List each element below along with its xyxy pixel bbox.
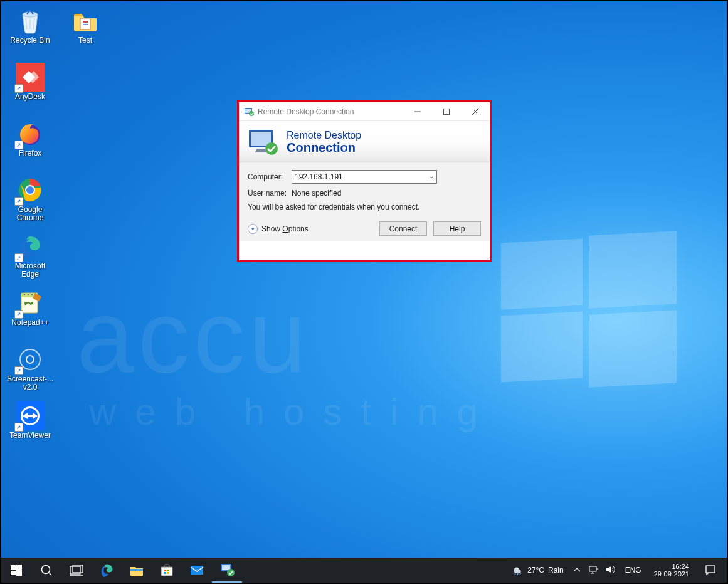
desktop[interactable]: accu web hosting Recycle Bin ↗ AnyDesk ↗…	[1, 1, 727, 583]
desktop-icon-label: Test	[78, 36, 92, 45]
computer-label: Computer:	[248, 173, 292, 181]
clock-date: 29-09-2021	[654, 570, 689, 578]
desktop-icon-notepad-pp[interactable]: ↗ Notepad++	[6, 289, 54, 340]
search-button[interactable]	[31, 558, 61, 583]
remote-desktop-window[interactable]: Remote Desktop Connection Remote Desktop…	[237, 100, 492, 262]
weather-temp: 27°C	[527, 566, 544, 575]
username-label: User name:	[248, 189, 292, 198]
svg-rect-27	[16, 565, 22, 570]
shortcut-overlay-icon: ↗	[14, 141, 23, 149]
desktop-icons-column-1: Recycle Bin ↗ AnyDesk ↗ Firefox ↗ Google…	[6, 6, 63, 458]
help-button[interactable]: Help	[433, 221, 481, 236]
svg-rect-33	[130, 569, 143, 571]
desktop-icon-label: Google Chrome	[6, 206, 54, 222]
shortcut-overlay-icon: ↗	[14, 423, 23, 432]
svg-point-11	[31, 302, 33, 304]
svg-rect-26	[11, 565, 16, 570]
svg-rect-43	[589, 566, 596, 571]
taskbar-app-file-explorer[interactable]	[122, 558, 152, 583]
watermark-line2: web hosting	[89, 390, 497, 433]
record-icon: ↗	[16, 345, 45, 374]
desktop-icon-google-chrome[interactable]: ↗ Google Chrome	[6, 176, 54, 227]
computer-combobox[interactable]: 192.168.1.191 ⌄	[292, 170, 437, 184]
chrome-icon: ↗	[16, 176, 45, 204]
watermark-line1: accu	[76, 277, 310, 396]
svg-point-30	[42, 566, 50, 574]
shortcut-overlay-icon: ↗	[14, 366, 23, 375]
tray-overflow[interactable]	[571, 558, 583, 583]
show-options-label: Show Options	[261, 225, 309, 233]
svg-point-10	[24, 302, 27, 304]
minimize-button[interactable]	[403, 102, 432, 121]
firefox-icon: ↗	[16, 119, 45, 148]
action-center-button[interactable]	[698, 558, 723, 583]
desktop-icon-test-folder[interactable]: Test	[61, 6, 109, 58]
desktop-icon-microsoft-edge[interactable]: ↗ Microsoft Edge	[6, 232, 54, 284]
taskbar-app-mail[interactable]	[182, 558, 212, 583]
edge-icon: ↗	[16, 232, 45, 261]
rdp-banner-icon	[246, 127, 280, 156]
start-button[interactable]	[1, 558, 31, 583]
taskbar-app-microsoft-store[interactable]	[152, 558, 182, 583]
chevron-down-icon: ▾	[248, 224, 258, 234]
maximize-button[interactable]	[432, 102, 461, 121]
desktop-icon-label: Notepad++	[11, 319, 48, 327]
weather-widget[interactable]: 27°C Rain	[507, 558, 567, 583]
network-icon[interactable]	[589, 565, 599, 576]
taskbar-app-rdp[interactable]	[212, 558, 242, 583]
computer-value: 192.168.1.191	[295, 173, 343, 181]
window-titlebar[interactable]: Remote Desktop Connection	[239, 102, 490, 121]
language-indicator[interactable]: ENG	[621, 558, 645, 583]
svg-point-4	[26, 186, 34, 194]
close-button[interactable]	[461, 102, 490, 121]
svg-point-0	[23, 12, 38, 17]
desktop-icon-anydesk[interactable]: ↗ AnyDesk	[6, 63, 54, 114]
desktop-icon-label: AnyDesk	[15, 93, 45, 101]
svg-rect-38	[167, 572, 169, 574]
show-options-toggle[interactable]: ▾ Show Options	[248, 224, 309, 234]
svg-rect-28	[11, 571, 16, 575]
desktop-icon-firefox[interactable]: ↗ Firefox	[6, 119, 54, 171]
desktop-icon-teamviewer[interactable]: ↗ TeamViewer	[6, 401, 54, 453]
svg-rect-36	[167, 570, 169, 571]
username-value: None specified	[292, 189, 341, 198]
folder-icon	[71, 6, 100, 35]
system-tray[interactable]: 27°C Rain ENG 16:24 29-09-2021	[507, 558, 727, 583]
clock[interactable]: 16:24 29-09-2021	[649, 563, 694, 578]
shortcut-overlay-icon: ↗	[14, 197, 23, 206]
desktop-icon-label: Recycle Bin	[10, 36, 50, 45]
svg-rect-39	[191, 566, 203, 575]
svg-point-7	[24, 294, 26, 296]
anydesk-icon: ↗	[16, 63, 45, 92]
desktop-icon-label: TeamViewer	[9, 432, 51, 440]
task-view-button[interactable]	[61, 558, 92, 583]
desktop-icon-label: Firefox	[19, 149, 42, 157]
desktop-icon-recycle-bin[interactable]: Recycle Bin	[6, 6, 54, 58]
shortcut-overlay-icon: ↗	[14, 84, 23, 93]
credentials-hint: You will be asked for credentials when y…	[248, 203, 481, 211]
rdp-banner-line1: Remote Desktop	[287, 130, 361, 141]
chevron-down-icon[interactable]: ⌄	[429, 173, 434, 179]
svg-rect-35	[164, 570, 166, 571]
weather-icon	[511, 563, 524, 578]
windows-logo	[501, 233, 677, 384]
taskbar[interactable]: 27°C Rain ENG 16:24 29-09-2021	[1, 558, 727, 583]
svg-rect-18	[83, 24, 88, 25]
desktop-icon-screencast[interactable]: ↗ Screencast-... v2.0	[6, 345, 54, 396]
connect-button[interactable]: Connect	[379, 221, 427, 236]
svg-rect-24	[251, 132, 271, 146]
window-title: Remote Desktop Connection	[258, 107, 403, 116]
svg-rect-44	[706, 566, 715, 573]
svg-point-9	[31, 294, 33, 296]
svg-point-25	[265, 142, 278, 155]
shortcut-overlay-icon: ↗	[14, 253, 23, 262]
taskbar-app-edge[interactable]	[92, 558, 122, 583]
rdp-app-icon	[244, 107, 254, 117]
clock-time: 16:24	[654, 563, 689, 570]
shortcut-overlay-icon: ↗	[14, 310, 23, 319]
recycle-bin-icon	[16, 6, 45, 35]
volume-icon[interactable]	[605, 565, 615, 576]
rdp-banner: Remote Desktop Connection	[239, 121, 490, 162]
svg-point-8	[28, 294, 29, 296]
rdp-banner-line2: Connection	[287, 141, 361, 154]
